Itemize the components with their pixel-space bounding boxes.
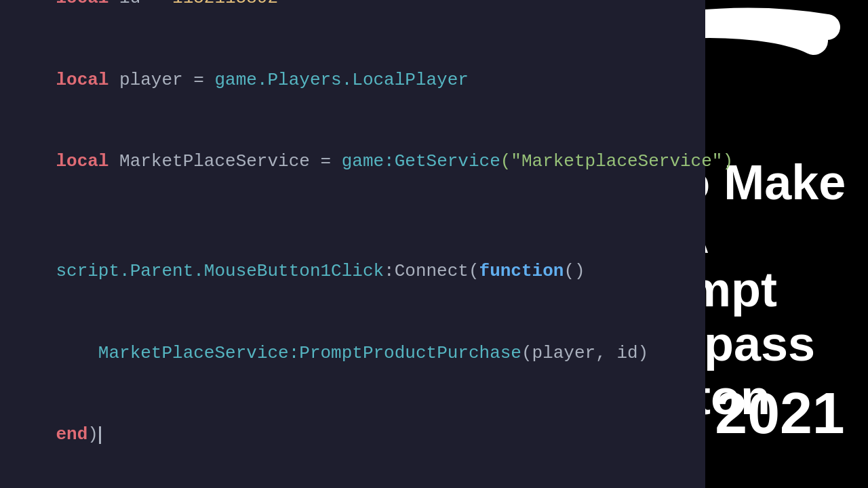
code-string-3: ("MarketplaceService") — [500, 151, 733, 171]
code-close-7: ) — [87, 424, 98, 445]
code-line-7: end) — [14, 394, 692, 476]
code-white-5: :Connect( — [384, 261, 479, 281]
keyword-end: end — [56, 424, 87, 445]
code-text-2: player = — [108, 70, 214, 90]
code-line-blank — [14, 203, 692, 230]
year-label: 2021 — [712, 380, 848, 447]
keyword-local-2: local — [56, 70, 108, 90]
cursor-blink — [99, 426, 101, 444]
keyword-local-1: local — [56, 0, 108, 8]
code-parens-5: () — [564, 261, 585, 281]
code-line-6: MarketPlaceService:PromptProductPurchase… — [14, 312, 692, 394]
code-line-2: local player = game.Players.LocalPlayer — [14, 39, 692, 121]
keyword-function: function — [479, 261, 564, 281]
code-cyan-3: game:GetService — [342, 151, 500, 171]
code-line-5: script.Parent.MouseButton1Click:Connect(… — [14, 230, 692, 312]
keyword-local-3: local — [56, 151, 108, 171]
year-text: 2021 — [715, 380, 844, 445]
code-line-1: local id = 1152115892 — [14, 0, 692, 39]
code-block: local id = 1152115892 local player = gam… — [0, 0, 705, 488]
code-cyan-5a: script.Parent.MouseButton1Click — [56, 261, 384, 281]
code-line-3: local MarketPlaceService = game:GetServi… — [14, 121, 692, 203]
code-cyan-6: MarketPlaceService:PromptProductPurchase — [98, 343, 521, 363]
code-text-3: MarketPlaceService = — [108, 151, 341, 171]
code-number: 1152115892 — [172, 0, 278, 8]
code-indent-6 — [56, 343, 98, 363]
code-args-6: (player, id) — [521, 343, 648, 363]
code-text-1: id = — [108, 0, 172, 8]
code-cyan-2: game.Players.LocalPlayer — [214, 70, 468, 90]
